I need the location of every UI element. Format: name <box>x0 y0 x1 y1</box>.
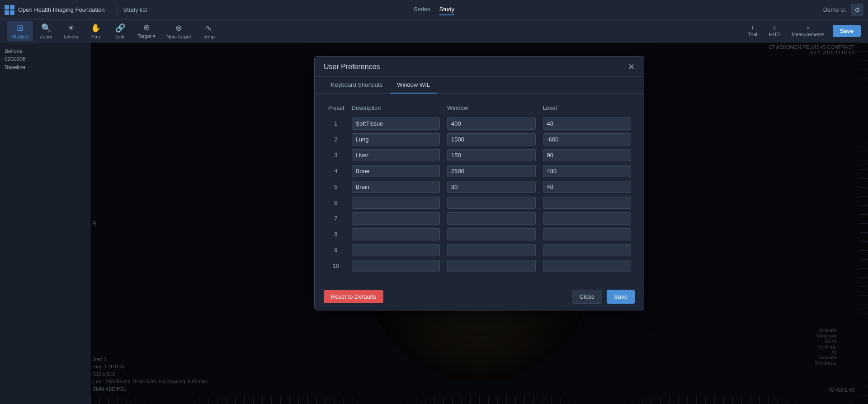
preset-level-input-4[interactable] <box>543 165 631 177</box>
preset-level-input-8[interactable] <box>543 228 631 240</box>
table-row: 10 <box>324 258 635 274</box>
preset-window-input-6[interactable] <box>447 197 535 209</box>
modal-footer-close-button[interactable]: Close <box>572 290 602 304</box>
toolbar-levels-button[interactable]: ☀ Levels <box>59 21 83 41</box>
preset-description-input-10[interactable] <box>352 260 440 272</box>
modal-body: Preset Description Window Level 12345678… <box>315 94 644 283</box>
nav-tab-series[interactable]: Series <box>414 4 430 15</box>
preset-level-cell-9[interactable] <box>539 242 635 258</box>
preset-level-input-10[interactable] <box>543 260 631 272</box>
preset-level-cell-5[interactable] <box>539 179 635 195</box>
user-preferences-modal: User Preferences ✕ Keyboard Shortcuts Wi… <box>314 56 644 310</box>
preset-description-input-9[interactable] <box>352 244 440 256</box>
tab-keyboard-shortcuts[interactable]: Keyboard Shortcuts <box>324 77 390 94</box>
table-row: 5 <box>324 179 635 195</box>
preset-description-cell-3[interactable] <box>348 147 443 163</box>
toolbar-save-button[interactable]: Save <box>833 25 861 37</box>
toolbar-nontarget-label: Non-Target <box>166 34 191 39</box>
preset-level-input-7[interactable] <box>543 212 631 225</box>
preset-level-input-1[interactable] <box>543 117 631 130</box>
gear-icon: ⚙ <box>854 6 860 14</box>
toolbar-temp-button[interactable]: ∿ Temp <box>198 21 220 41</box>
main-content: Bellona 0000006 Baseline R CT ABDOMEN PE… <box>0 42 868 404</box>
preset-window-cell-6[interactable] <box>443 195 539 211</box>
toolbar-pan-label: Pan <box>91 34 100 39</box>
preset-level-cell-3[interactable] <box>539 147 635 163</box>
preset-description-input-4[interactable] <box>352 165 440 177</box>
preset-level-cell-6[interactable] <box>539 195 635 211</box>
preset-level-input-9[interactable] <box>543 244 631 256</box>
preset-level-cell-10[interactable] <box>539 258 635 274</box>
toolbar-link-button[interactable]: 🔗 Link <box>109 21 132 41</box>
preset-window-input-5[interactable] <box>447 181 535 193</box>
preset-level-cell-8[interactable] <box>539 226 635 242</box>
preset-description-cell-9[interactable] <box>348 242 443 258</box>
preset-description-cell-5[interactable] <box>348 179 443 195</box>
preset-level-cell-4[interactable] <box>539 163 635 179</box>
preset-description-cell-4[interactable] <box>348 163 443 179</box>
toolbar-nontarget-button[interactable]: ⊗ Non-Target <box>162 21 195 41</box>
modal-close-button[interactable]: ✕ <box>628 63 635 71</box>
table-row: 2 <box>324 132 635 147</box>
preset-window-input-8[interactable] <box>447 228 535 240</box>
preset-window-input-2[interactable] <box>447 133 535 146</box>
reset-defaults-button[interactable]: Reset to Defaults <box>324 290 383 303</box>
toolbar-target-button[interactable]: ⊕ Target ▾ <box>133 21 160 41</box>
levels-icon: ☀ <box>67 23 75 33</box>
preset-level-input-3[interactable] <box>543 149 631 161</box>
preset-description-cell-1[interactable] <box>348 116 443 132</box>
nav-tab-study[interactable]: Study <box>439 4 454 15</box>
grid-icon: ⊞ <box>17 23 24 33</box>
preset-level-cell-7[interactable] <box>539 211 635 226</box>
preset-window-input-4[interactable] <box>447 165 535 177</box>
study-list-button[interactable]: Study list <box>123 6 147 13</box>
preset-window-input-7[interactable] <box>447 212 535 225</box>
preset-window-input-1[interactable] <box>447 117 535 130</box>
toolbar-pan-button[interactable]: ✋ Pan <box>85 21 107 41</box>
preset-description-input-3[interactable] <box>352 149 440 161</box>
preset-level-input-5[interactable] <box>543 181 631 193</box>
preset-level-input-2[interactable] <box>543 133 631 146</box>
preset-description-input-6[interactable] <box>352 197 440 209</box>
preset-level-cell-1[interactable] <box>539 116 635 132</box>
preset-description-cell-8[interactable] <box>348 226 443 242</box>
toolbar-hud-button[interactable]: ☰ HUD <box>765 23 783 39</box>
toolbar-studies-button[interactable]: ⊞ Studies <box>7 21 33 41</box>
preset-description-cell-10[interactable] <box>348 258 443 274</box>
table-row: 7 <box>324 211 635 226</box>
table-row: 9 <box>324 242 635 258</box>
preset-window-cell-3[interactable] <box>443 147 539 163</box>
preset-number-10: 10 <box>324 258 348 274</box>
preset-description-input-5[interactable] <box>352 181 440 193</box>
preset-description-input-8[interactable] <box>352 228 440 240</box>
preset-window-cell-1[interactable] <box>443 116 539 132</box>
preset-description-cell-2[interactable] <box>348 132 443 147</box>
preset-window-input-9[interactable] <box>447 244 535 256</box>
toolbar-trial-button[interactable]: ℹ Trial <box>744 23 761 39</box>
preset-window-cell-7[interactable] <box>443 211 539 226</box>
preset-level-input-6[interactable] <box>543 197 631 209</box>
toolbar-right: ℹ Trial ☰ HUD ≡ Measurements Save <box>744 23 861 39</box>
preset-description-input-1[interactable] <box>352 117 440 130</box>
modal-title: User Preferences <box>324 63 380 71</box>
preset-number-5: 5 <box>324 179 348 195</box>
preset-window-cell-2[interactable] <box>443 132 539 147</box>
preset-level-cell-2[interactable] <box>539 132 635 147</box>
modal-footer-save-button[interactable]: Save <box>607 290 635 304</box>
preset-description-cell-7[interactable] <box>348 211 443 226</box>
preset-window-cell-10[interactable] <box>443 258 539 274</box>
preset-window-cell-4[interactable] <box>443 163 539 179</box>
preset-window-input-10[interactable] <box>447 260 535 272</box>
preset-window-cell-5[interactable] <box>443 179 539 195</box>
preset-window-input-3[interactable] <box>447 149 535 161</box>
toolbar-zoom-button[interactable]: 🔍 Zoom <box>35 21 57 41</box>
tab-window-wl[interactable]: Window W/L <box>390 77 437 94</box>
toolbar-measurements-button[interactable]: ≡ Measurements <box>788 23 828 39</box>
preset-window-cell-8[interactable] <box>443 226 539 242</box>
preset-description-cell-6[interactable] <box>348 195 443 211</box>
preset-window-cell-9[interactable] <box>443 242 539 258</box>
preset-description-input-7[interactable] <box>352 212 440 225</box>
logo: Open Health Imaging Foundation <box>5 5 105 15</box>
nav-settings-button[interactable]: ⚙ <box>851 4 863 16</box>
preset-description-input-2[interactable] <box>352 133 440 146</box>
